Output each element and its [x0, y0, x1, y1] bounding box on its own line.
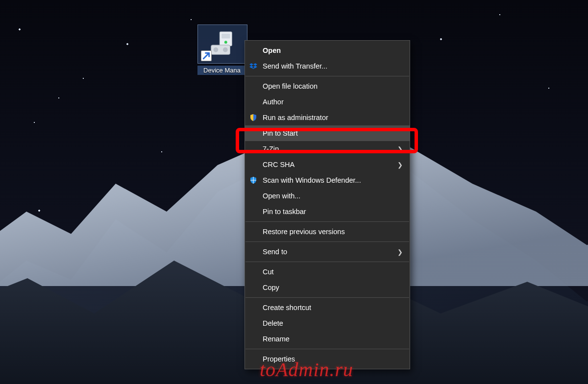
- menu-item-label: Restore previous versions: [263, 228, 403, 236]
- menu-separator: [245, 262, 409, 262]
- device-manager-icon: [197, 24, 247, 64]
- dropbox-icon: [249, 62, 258, 71]
- desktop-shortcut-device-manager[interactable]: Device Mana: [197, 24, 246, 75]
- menu-item-label: Delete: [263, 319, 403, 327]
- menu-item-create-shortcut[interactable]: Create shortcut: [245, 300, 410, 315]
- menu-item-copy[interactable]: Copy: [245, 280, 410, 295]
- menu-separator: [245, 221, 409, 222]
- chevron-right-icon: ❯: [397, 248, 403, 256]
- menu-item-properties[interactable]: Properties: [245, 351, 410, 367]
- menu-item-crc-sha[interactable]: CRC SHA❯: [245, 157, 410, 172]
- svg-rect-1: [221, 34, 230, 39]
- menu-item-label: Properties: [263, 355, 403, 363]
- chevron-right-icon: ❯: [397, 161, 403, 168]
- menu-item-label: Open with...: [263, 192, 403, 200]
- menu-item-scan-defender[interactable]: Scan with Windows Defender...: [245, 172, 410, 188]
- menu-item-label: Create shortcut: [263, 304, 403, 312]
- menu-item-restore-prev[interactable]: Restore previous versions: [245, 224, 410, 240]
- menu-item-pin-taskbar[interactable]: Pin to taskbar: [245, 204, 410, 219]
- menu-separator: [245, 76, 409, 76]
- menu-item-label: Send to: [263, 248, 393, 256]
- menu-item-seven-zip[interactable]: 7-Zip❯: [245, 141, 410, 157]
- menu-item-label: Open file location: [263, 82, 403, 90]
- shield-uac-icon: [249, 113, 258, 122]
- menu-item-label: 7-Zip: [263, 145, 393, 153]
- menu-item-delete[interactable]: Delete: [245, 315, 410, 331]
- menu-separator: [245, 297, 409, 298]
- context-menu: OpenSend with Transfer...Open file locat…: [245, 40, 410, 369]
- menu-item-label: Scan with Windows Defender...: [263, 176, 403, 184]
- menu-item-open-with[interactable]: Open with...: [245, 188, 410, 204]
- chevron-right-icon: ❯: [397, 145, 403, 153]
- menu-item-label: Rename: [263, 335, 403, 343]
- menu-item-open[interactable]: Open: [245, 43, 410, 58]
- menu-item-label: CRC SHA: [263, 161, 393, 168]
- svg-point-2: [224, 41, 227, 44]
- menu-item-label: Pin to Start: [263, 129, 403, 137]
- menu-item-run-admin[interactable]: Run as administrator: [245, 110, 410, 125]
- menu-item-label: Open: [263, 47, 403, 54]
- menu-item-label: Copy: [263, 284, 403, 291]
- menu-item-label: Cut: [263, 268, 403, 276]
- svg-point-4: [214, 48, 219, 52]
- menu-item-pin-start[interactable]: Pin to Start: [245, 125, 410, 141]
- defender-shield-icon: [249, 176, 258, 185]
- menu-separator: [245, 241, 409, 242]
- menu-item-send-transfer[interactable]: Send with Transfer...: [245, 58, 410, 74]
- menu-item-send-to[interactable]: Send to❯: [245, 244, 410, 260]
- menu-item-open-file-loc[interactable]: Open file location: [245, 78, 410, 94]
- menu-item-label: Run as administrator: [263, 114, 403, 121]
- menu-item-author[interactable]: Author: [245, 94, 410, 110]
- menu-item-rename[interactable]: Rename: [245, 331, 410, 347]
- svg-point-5: [223, 48, 228, 52]
- menu-item-label: Author: [263, 98, 403, 106]
- menu-separator: [245, 349, 409, 349]
- menu-item-cut[interactable]: Cut: [245, 264, 410, 280]
- shortcut-arrow-icon: [201, 50, 212, 61]
- menu-item-label: Send with Transfer...: [263, 62, 403, 70]
- menu-item-label: Pin to taskbar: [263, 208, 403, 216]
